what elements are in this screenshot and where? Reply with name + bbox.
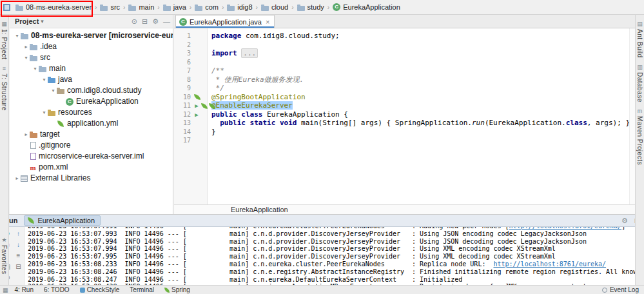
chevron-expanded-icon[interactable]: ▾ (41, 107, 48, 118)
code-line-11[interactable]: 11▶@EnableEurekaServer (174, 101, 629, 110)
tree-item-target[interactable]: ▸target (10, 129, 173, 140)
soft-wrap-icon[interactable]: ≡ (14, 251, 23, 260)
status-bar-item-4-run[interactable]: 4: Run (15, 286, 34, 293)
run-tab[interactable]: EurekaApplication (24, 215, 101, 226)
close-icon[interactable]: × (266, 18, 269, 26)
tool-stripe-button-maven-projects[interactable]: mMaven Projects (636, 108, 644, 165)
tool-stripe-icon: ▤ (637, 21, 643, 27)
status-bar-item-6-todo[interactable]: 6: TODO (44, 286, 70, 293)
left-stripe-top: ▦1: Project≡7: Structure (0, 21, 8, 111)
folder-icon (195, 6, 202, 11)
breadcrumb-separator: › (256, 4, 258, 11)
code-line-1[interactable]: 1package com.idig8.cloud.study; (174, 32, 629, 41)
gutter-icons: ▶ (193, 110, 208, 119)
gutter-icons (193, 136, 208, 145)
chevron-expanded-icon[interactable]: ▾ (32, 63, 39, 74)
tree-item-gitignore[interactable]: .gitignore (10, 140, 173, 151)
chevron-expanded-icon[interactable]: ▾ (14, 30, 21, 41)
tool-stripe-button-7-structure[interactable]: ≡7: Structure (0, 66, 8, 111)
collapse-all-icon[interactable]: ⊟ (142, 17, 148, 26)
project-panel-toolbar: ⊙⊟⚙— (132, 17, 170, 26)
code-line-10[interactable]: 10@SpringBootApplication (174, 93, 629, 102)
package-icon (57, 89, 64, 94)
locate-file-icon[interactable]: ⊙ (132, 17, 137, 26)
tree-item-pom-xml[interactable]: mpom.xml (10, 162, 173, 173)
project-tree[interactable]: ▾08-ms-eureka-server [microservice-eurek… (10, 28, 173, 184)
tree-item-08-ms-eureka-server[interactable]: ▾08-ms-eureka-server [microservice-eurek… (10, 30, 173, 41)
tool-stripe-button-favorites[interactable]: ★Favorites (0, 237, 8, 275)
chevron-expanded-icon[interactable]: ▾ (23, 52, 30, 63)
code-editor[interactable]: 1package com.idig8.cloud.study;23import … (174, 28, 635, 204)
event-log-button[interactable]: Event Log (602, 286, 639, 293)
code-line-3[interactable]: 3import ... (174, 49, 629, 58)
console-link[interactable]: http://localhost:8761/eureka/ (509, 227, 622, 230)
tree-item-external-libraries[interactable]: ▸External Libraries (10, 173, 173, 184)
breadcrumb-item-com[interactable]: com (193, 3, 220, 12)
chevron-down-icon[interactable]: ▾ (41, 18, 44, 24)
line-number: 1 (174, 32, 193, 41)
settings-icon[interactable]: ⚙ (621, 217, 628, 225)
breadcrumb-item-study[interactable]: study (295, 3, 326, 12)
tool-window-switcher-icon[interactable]: ▦ (3, 287, 8, 293)
project-panel-title[interactable]: Project (15, 17, 39, 25)
tree-item-idea[interactable]: ▸.idea (10, 41, 173, 52)
breadcrumb-item-idig8[interactable]: idig8 (225, 3, 254, 12)
step-down-icon[interactable]: ↓ (14, 240, 23, 250)
tree-item-resources[interactable]: ▾resources (10, 107, 173, 118)
code-line-12[interactable]: 12▶public class EurekaApplication { (174, 110, 629, 119)
breadcrumb-item-src[interactable]: src (98, 3, 122, 12)
tree-item-com-idig8-cloud-study[interactable]: ▾com.idig8.cloud.study (10, 85, 173, 96)
breadcrumb-item-main[interactable]: main (126, 3, 156, 12)
run-line-icon[interactable]: ▶ (193, 102, 200, 110)
hide-panel-icon[interactable]: — (163, 17, 170, 26)
code-line-14[interactable]: 14} (174, 128, 629, 137)
breadcrumb-separator: › (95, 4, 97, 11)
status-bar-item-spring[interactable]: Spring (164, 286, 190, 293)
settings-icon[interactable]: ⚙ (152, 17, 159, 26)
gutter-icons (193, 58, 208, 67)
chevron-expanded-icon[interactable]: ▾ (41, 74, 48, 85)
spring-bean-icon[interactable] (201, 103, 208, 109)
chevron-collapsed-icon[interactable]: ▸ (23, 129, 30, 140)
chevron-collapsed-icon[interactable]: ▸ (14, 173, 21, 184)
tree-item-microservice-eureka-server-iml[interactable]: microservice-eureka-server.iml (10, 151, 173, 162)
breadcrumb-item-08-ms-eureka-server[interactable]: 08-ms-eureka-server (14, 3, 93, 12)
code-line-6[interactable]: 6 (174, 58, 629, 67)
run-tab-label: EurekaApplication (37, 217, 95, 224)
code-line-17[interactable]: 17 (174, 136, 629, 145)
breadcrumb-item-cloud[interactable]: cloud (259, 3, 290, 12)
tool-stripe-button-ant-build[interactable]: ▤Ant Build (636, 21, 644, 58)
chevron-collapsed-icon[interactable]: ▸ (23, 41, 30, 52)
tree-item-eurekaapplication[interactable]: CEurekaApplication (10, 96, 173, 107)
step-up-icon[interactable]: ↑ (14, 229, 23, 239)
gutter-icons (193, 119, 208, 128)
status-bar-item-terminal[interactable]: Terminal (130, 286, 154, 293)
spring-leaf-icon (57, 121, 64, 127)
run-line-icon[interactable]: ▶ (193, 111, 200, 119)
editor-breadcrumb[interactable]: EurekaApplication (174, 204, 635, 214)
code-line-7[interactable]: 7/** (174, 66, 629, 75)
code-line-8[interactable]: 8 * 使用Eureka做服务发现. (174, 75, 629, 84)
breadcrumb-item-eurekaapplication[interactable]: CEurekaApplication (331, 3, 402, 12)
tool-stripe-button-1-project[interactable]: ▦1: Project (0, 21, 8, 59)
gutter-icons (193, 49, 208, 58)
tree-item-application-yml[interactable]: application.yml (10, 118, 173, 129)
tree-item-java[interactable]: ▾java (10, 74, 173, 85)
code-area: 1package com.idig8.cloud.study;23import … (174, 32, 629, 145)
chevron-expanded-icon[interactable]: ▾ (50, 85, 57, 96)
code-line-13[interactable]: 13 public static void main(String[] args… (174, 119, 629, 128)
breadcrumb-item-java[interactable]: java (161, 3, 188, 12)
editor-tab[interactable]: C EurekaApplication.java × (175, 15, 275, 28)
tree-item-src[interactable]: ▾src (10, 52, 173, 63)
code-line-2[interactable]: 2 (174, 41, 629, 50)
console-output[interactable]: 2019-06-23 16:53:07.991 INFO 14496 --- [… (24, 227, 644, 285)
code-line-9[interactable]: 9 */ (174, 84, 629, 93)
tree-item-main[interactable]: ▾main (10, 63, 173, 74)
clear-all-icon[interactable]: ⊟ (14, 262, 23, 271)
editor-scrollbar[interactable] (629, 28, 635, 204)
spring-bean-icon[interactable] (194, 94, 200, 100)
status-bar-item-checkstyle[interactable]: CheckStyle (80, 286, 120, 293)
console-link[interactable]: http://localhost:8761/eureka/ (493, 260, 606, 268)
module-file-icon (30, 153, 36, 160)
tool-stripe-button-database[interactable]: ▥Database (636, 64, 644, 103)
